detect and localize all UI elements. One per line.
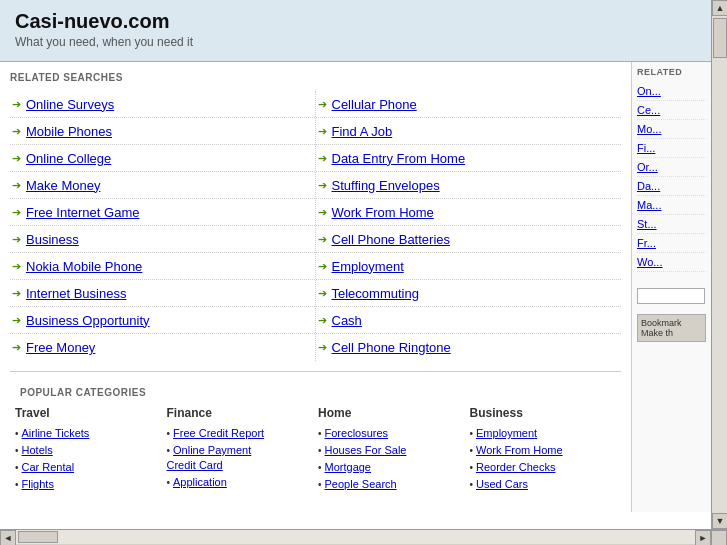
category-heading-finance: Finance: [167, 406, 314, 420]
scroll-left-button[interactable]: ◄: [0, 530, 16, 545]
sidebar-related-link[interactable]: Da...: [637, 177, 706, 196]
sidebar-related-link[interactable]: St...: [637, 215, 706, 234]
list-item: ➔ Cell Phone Batteries: [316, 226, 622, 253]
category-travel: Travel Airline Tickets Hotels Car Rental…: [15, 406, 162, 492]
sidebar-related-link[interactable]: On...: [637, 82, 706, 101]
category-finance: Finance Free Credit Report Online Paymen…: [167, 406, 314, 492]
h-scroll-thumb[interactable]: [18, 531, 58, 543]
category-link[interactable]: Free Credit Report: [173, 427, 264, 439]
search-link[interactable]: Data Entry From Home: [332, 151, 466, 166]
popular-categories-section: POPULAR CATEGORIES Travel Airline Ticket…: [5, 382, 626, 502]
category-list-finance: Free Credit Report Online PaymentCredit …: [167, 424, 314, 490]
search-link[interactable]: Cash: [332, 313, 362, 328]
sidebar-input-area: [637, 287, 706, 304]
search-link[interactable]: Online College: [26, 151, 111, 166]
sidebar-related-link[interactable]: Fi...: [637, 139, 706, 158]
search-link[interactable]: Cell Phone Ringtone: [332, 340, 451, 355]
categories-grid: Travel Airline Tickets Hotels Car Rental…: [15, 406, 616, 492]
category-link[interactable]: Work From Home: [476, 444, 563, 456]
section-divider: [10, 371, 621, 372]
category-list-business: Employment Work From Home Reorder Checks…: [470, 424, 617, 492]
sidebar-related-link[interactable]: Wo...: [637, 253, 706, 272]
category-home: Home Foreclosures Houses For Sale Mortga…: [318, 406, 465, 492]
category-link-houses[interactable]: Houses For Sale: [325, 444, 407, 456]
search-link-cellular[interactable]: Cellular Phone: [332, 97, 417, 112]
list-item: Flights: [15, 475, 162, 492]
search-column-right: ➔ Cellular Phone ➔ Find A Job ➔ Data Ent…: [316, 91, 622, 361]
related-searches-label: RELATED SEARCHES: [5, 72, 626, 83]
scroll-up-button[interactable]: ▲: [712, 0, 727, 16]
sidebar-related-link[interactable]: Mo...: [637, 120, 706, 139]
scroll-down-button[interactable]: ▼: [712, 513, 727, 529]
site-header: Casi-nuevo.com What you need, when you n…: [0, 0, 711, 62]
search-link[interactable]: Online Surveys: [26, 97, 114, 112]
arrow-icon: ➔: [318, 179, 327, 192]
search-link-free-money[interactable]: Free Money: [26, 340, 95, 355]
scroll-track: [712, 16, 727, 513]
vertical-scrollbar[interactable]: ▲ ▼: [711, 0, 727, 529]
search-link-stuffing[interactable]: Stuffing Envelopes: [332, 178, 440, 193]
search-link[interactable]: Cell Phone Batteries: [332, 232, 451, 247]
sidebar-related-link[interactable]: Or...: [637, 158, 706, 177]
list-item: ➔ Telecommuting: [316, 280, 622, 307]
arrow-icon: ➔: [12, 287, 21, 300]
search-link[interactable]: Nokia Mobile Phone: [26, 259, 142, 274]
sidebar-related-link[interactable]: Fr...: [637, 234, 706, 253]
search-link[interactable]: Mobile Phones: [26, 124, 112, 139]
list-item: ➔ Cellular Phone: [316, 91, 622, 118]
sidebar-input[interactable]: [637, 288, 705, 304]
popular-categories-label: POPULAR CATEGORIES: [15, 387, 616, 398]
search-link[interactable]: Telecommuting: [332, 286, 419, 301]
list-item: ➔ Free Money: [10, 334, 315, 361]
category-list-home: Foreclosures Houses For Sale Mortgage Pe…: [318, 424, 465, 492]
arrow-icon: ➔: [318, 314, 327, 327]
search-link[interactable]: Make Money: [26, 178, 100, 193]
category-link[interactable]: Application: [173, 476, 227, 488]
main-content: RELATED SEARCHES ➔ Online Surveys ➔: [0, 62, 631, 512]
category-list-travel: Airline Tickets Hotels Car Rental Flight…: [15, 424, 162, 492]
category-link[interactable]: Used Cars: [476, 478, 528, 490]
scroll-thumb[interactable]: [713, 18, 727, 58]
list-item: Airline Tickets: [15, 424, 162, 441]
search-link[interactable]: Employment: [332, 259, 404, 274]
list-item: Free Credit Report: [167, 424, 314, 441]
category-link-online-payment[interactable]: Online Payment: [173, 444, 251, 456]
site-subtitle: What you need, when you need it: [15, 35, 696, 49]
list-item: Car Rental: [15, 458, 162, 475]
list-item: ➔ Free Internet Game: [10, 199, 315, 226]
search-link[interactable]: Free Internet Game: [26, 205, 139, 220]
category-heading-business: Business: [470, 406, 617, 420]
search-link-wfh[interactable]: Work From Home: [332, 205, 434, 220]
category-link[interactable]: Airline Tickets: [22, 427, 90, 439]
bookmark-text: Bookmark Make th: [641, 318, 682, 338]
list-item: ➔ Make Money: [10, 172, 315, 199]
arrow-icon: ➔: [318, 233, 327, 246]
sidebar-related-link[interactable]: Ce...: [637, 101, 706, 120]
horizontal-scrollbar[interactable]: ◄ ►: [0, 529, 727, 545]
search-link[interactable]: Internet Business: [26, 286, 126, 301]
search-link[interactable]: Find A Job: [332, 124, 393, 139]
list-item: ➔ Cash: [316, 307, 622, 334]
list-item: ➔ Cell Phone Ringtone: [316, 334, 622, 361]
list-item: ➔ Business: [10, 226, 315, 253]
list-item: Online PaymentCredit Card: [167, 441, 314, 473]
category-link[interactable]: Reorder Checks: [476, 461, 555, 473]
category-link[interactable]: Mortgage: [325, 461, 371, 473]
search-grid: ➔ Online Surveys ➔ Mobile Phones ➔ Onlin…: [5, 91, 626, 361]
category-business: Business Employment Work From Home Reord…: [470, 406, 617, 492]
category-link-credit-card[interactable]: Credit Card: [167, 459, 223, 471]
scroll-right-button[interactable]: ►: [695, 530, 711, 545]
search-link-business-opportunity[interactable]: Business Opportunity: [26, 313, 150, 328]
sidebar-related-link[interactable]: Ma...: [637, 196, 706, 215]
list-item: Houses For Sale: [318, 441, 465, 458]
category-link[interactable]: Car Rental: [22, 461, 75, 473]
list-item: ➔ Employment: [316, 253, 622, 280]
category-link[interactable]: Flights: [22, 478, 54, 490]
arrow-icon: ➔: [12, 125, 21, 138]
category-link[interactable]: Hotels: [22, 444, 53, 456]
category-link[interactable]: People Search: [325, 478, 397, 490]
search-link[interactable]: Business: [26, 232, 79, 247]
category-link[interactable]: Employment: [476, 427, 537, 439]
list-item: ➔ Work From Home: [316, 199, 622, 226]
category-link[interactable]: Foreclosures: [325, 427, 389, 439]
